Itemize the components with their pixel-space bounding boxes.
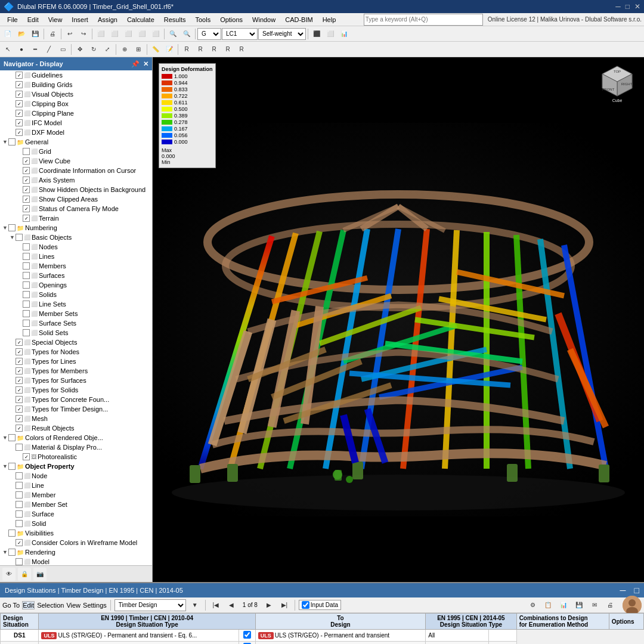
checkbox[interactable]: [23, 196, 30, 203]
checkbox[interactable]: [16, 119, 23, 126]
tb-zoom-in[interactable]: 🔍: [166, 27, 179, 41]
checkbox[interactable]: [16, 510, 23, 518]
nav-item-41[interactable]: ▼📁Object Property: [0, 462, 152, 471]
nav-item-4[interactable]: ⬜Clipping Plane: [0, 109, 152, 118]
nav-item-40[interactable]: 🖼Photorealistic: [0, 452, 152, 462]
nav-item-38[interactable]: ▼📁Colors of Rendered Obje...: [0, 433, 152, 442]
bottom-min-btn[interactable]: ─: [620, 586, 626, 595]
tb-view2[interactable]: ⬜: [108, 27, 121, 41]
checkbox[interactable]: [23, 148, 30, 155]
tb-bt5[interactable]: ✉: [588, 599, 601, 612]
tb-bt2[interactable]: 📋: [541, 599, 555, 612]
tb-bt6[interactable]: 🖨: [603, 599, 617, 612]
menu-tools[interactable]: Tools: [190, 15, 215, 24]
nav-item-16[interactable]: ▼📁Numbering: [0, 223, 152, 233]
checkbox[interactable]: [16, 358, 23, 365]
checkbox[interactable]: [23, 253, 30, 260]
edit-button[interactable]: Edit: [22, 601, 35, 609]
nav-eye-btn[interactable]: 👁: [2, 568, 16, 581]
nav-item-15[interactable]: ⬜Terrain: [0, 213, 152, 223]
load-type[interactable]: Self-weight: [258, 28, 306, 40]
checkbox[interactable]: [23, 167, 30, 174]
nav-controls[interactable]: 📌 ✕: [131, 60, 148, 68]
window-controls[interactable]: ─ □ ✕: [615, 2, 640, 11]
nav-item-14[interactable]: ⬜Status of Camera Fly Mode: [0, 204, 152, 213]
menu-insert[interactable]: Insert: [67, 15, 93, 24]
tb-display[interactable]: 📊: [338, 27, 351, 41]
tb-wire[interactable]: ⬜: [324, 27, 337, 41]
nav-item-24[interactable]: ⬜Line Sets: [0, 299, 152, 309]
nav-item-42[interactable]: ⬜Node: [0, 471, 152, 481]
checkbox[interactable]: [16, 539, 23, 546]
tb-node[interactable]: ●: [15, 43, 28, 56]
checkbox[interactable]: [23, 310, 30, 317]
checkbox[interactable]: [23, 272, 30, 279]
bottom-max-btn[interactable]: □: [634, 586, 639, 595]
to-design-checkbox[interactable]: [243, 631, 251, 639]
checkbox[interactable]: [23, 177, 30, 184]
tb-save[interactable]: 💾: [29, 27, 42, 41]
checkbox[interactable]: [8, 549, 16, 556]
checkbox[interactable]: [16, 377, 23, 384]
checkbox[interactable]: [16, 386, 23, 394]
nav-item-18[interactable]: ⬜Nodes: [0, 242, 152, 252]
checkbox[interactable]: [16, 234, 23, 241]
tb-snap[interactable]: ⊕: [118, 43, 131, 56]
checkbox[interactable]: [23, 291, 30, 298]
tb-line[interactable]: ━: [29, 43, 42, 56]
checkbox[interactable]: [16, 100, 23, 107]
menu-cadbim[interactable]: CAD-BIM: [280, 15, 317, 24]
nav-item-1[interactable]: ⬜Building Grids: [0, 80, 152, 89]
checkbox[interactable]: [8, 138, 16, 145]
cell-to-design[interactable]: [239, 642, 255, 645]
checkbox[interactable]: [16, 348, 23, 355]
menu-help[interactable]: Help: [318, 15, 341, 24]
nav-item-31[interactable]: ⬜Types for Members: [0, 366, 152, 376]
tb-redo[interactable]: ↪: [77, 27, 90, 41]
nav-item-3[interactable]: ⬜Clipping Box: [0, 99, 152, 109]
settings-button[interactable]: Settings: [83, 602, 107, 609]
nav-item-2[interactable]: ⬜Visual Objects: [0, 89, 152, 99]
checkbox[interactable]: [16, 129, 23, 136]
tb-anno[interactable]: 📝: [163, 43, 176, 56]
checkbox[interactable]: [23, 157, 30, 165]
lc-value[interactable]: LC1: [222, 28, 258, 40]
nav-item-49[interactable]: ⬜Consider Colors in Wireframe Model: [0, 538, 152, 547]
nav-item-35[interactable]: ⬜Types for Timber Design...: [0, 404, 152, 414]
tb-r4[interactable]: R: [221, 43, 234, 56]
nav-item-23[interactable]: ⬜Solids: [0, 290, 152, 299]
nav-item-48[interactable]: 📁Visibilities: [0, 528, 152, 538]
expand-icon[interactable]: ▼: [2, 463, 8, 469]
checkbox[interactable]: [16, 81, 23, 88]
tb-r5[interactable]: R: [235, 43, 248, 56]
nav-item-17[interactable]: ▼⬜Basic Objects: [0, 233, 152, 242]
menu-options[interactable]: Options: [215, 15, 247, 24]
keyword-search[interactable]: [364, 14, 483, 26]
nav-item-51[interactable]: ⬜Model: [0, 557, 152, 565]
nav-item-19[interactable]: ⬜Lines: [0, 252, 152, 261]
expand-icon[interactable]: ▼: [10, 234, 16, 240]
tb-scale[interactable]: ⤢: [101, 43, 114, 56]
checkbox[interactable]: [16, 472, 23, 479]
checkbox[interactable]: [16, 339, 23, 346]
tb-view5[interactable]: ⬜: [149, 27, 162, 41]
checkbox[interactable]: [16, 425, 23, 432]
checkbox[interactable]: [16, 491, 23, 499]
last-page-btn[interactable]: ▶|: [278, 599, 291, 612]
nav-item-10[interactable]: ⬜Coordinate Information on Cursor: [0, 166, 152, 175]
table-row-0[interactable]: DS1 ULSULS (STR/GEO) - Permanent and tra…: [1, 630, 644, 642]
tb-move[interactable]: ✥: [73, 43, 86, 56]
nav-item-32[interactable]: ⬜Types for Surfaces: [0, 376, 152, 385]
nav-item-45[interactable]: ⬜Member Set: [0, 500, 152, 509]
tb-new[interactable]: 📄: [1, 27, 14, 41]
nav-item-34[interactable]: ⬜Types for Concrete Foun...: [0, 395, 152, 404]
design-type-selector[interactable]: Timber Design: [114, 599, 186, 611]
input-data-checkbox[interactable]: [302, 601, 309, 609]
next-page-btn[interactable]: ▶: [262, 599, 275, 612]
nav-item-50[interactable]: ▼📁Rendering: [0, 547, 152, 557]
tb-r3[interactable]: R: [208, 43, 221, 56]
tb-member[interactable]: ╱: [42, 43, 55, 56]
tb-r2[interactable]: R: [194, 43, 207, 56]
nav-item-37[interactable]: ⬜Result Objects: [0, 423, 152, 433]
nav-item-22[interactable]: ⬜Openings: [0, 280, 152, 290]
